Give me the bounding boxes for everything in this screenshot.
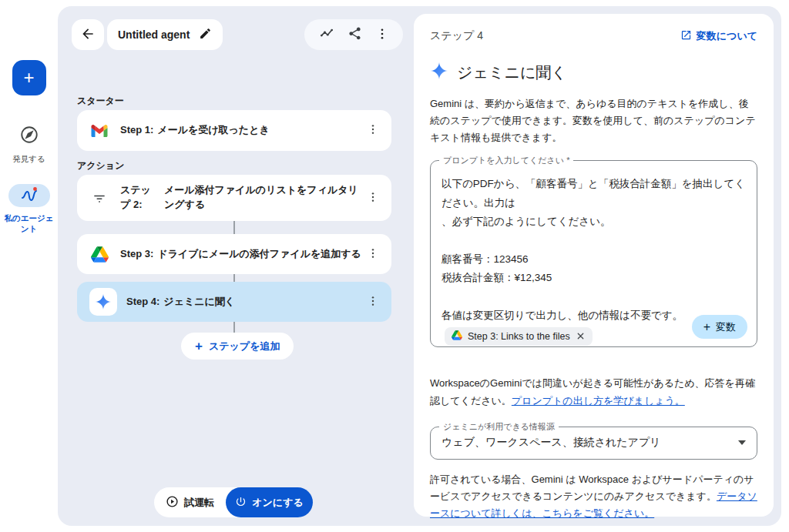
step-connector [233, 322, 235, 333]
kebab-icon [375, 27, 389, 43]
step-description: Gemini は、要約から返信まで、あらゆる目的のテキストを作成し、後続のステッ… [430, 95, 757, 146]
builder-toolbar [304, 19, 403, 50]
new-agent-button[interactable]: + [12, 60, 46, 95]
agent-title-pill[interactable]: Untitled agent [107, 19, 223, 50]
sidebar-item-discover[interactable]: 発見する [0, 125, 58, 164]
plus-icon: + [195, 339, 203, 354]
test-run-button[interactable]: 試運転 [154, 487, 226, 517]
plus-icon: + [703, 320, 710, 334]
step-title: ジェミニに聞く [163, 295, 235, 309]
about-variables-link[interactable]: 変数について [680, 29, 757, 43]
prompt-tips-link[interactable]: プロンプトの出し方を学びましょう。 [512, 395, 685, 407]
route-icon [20, 186, 39, 205]
turn-on-label: オンにする [252, 496, 304, 510]
chevron-down-icon [738, 440, 746, 445]
step-card-2[interactable]: ステップ 2: メール添付ファイルのリストをフィルタリングする [77, 175, 391, 221]
step-detail-panel: ステップ 4 変数について ジェミニに聞く Gemini は、要約から返信まで、… [414, 14, 774, 517]
add-step-label: ステップを追加 [209, 340, 280, 353]
detail-step-label: ステップ 4 [430, 29, 483, 43]
step-title: メールを受け取ったとき [157, 123, 269, 138]
drive-icon [89, 246, 109, 263]
step-card-3[interactable]: Step 3: ドライブにメールの添付ファイルを追加する [77, 234, 391, 274]
about-variables-label: 変数について [697, 29, 757, 43]
play-circle-icon [166, 495, 179, 510]
compass-icon [19, 125, 39, 148]
step-prefix: Step 3: [120, 247, 153, 262]
section-label-starter: スターター [77, 95, 124, 108]
permission-note-text: 許可されている場合、Gemini は Workspace およびサードパーティの… [430, 473, 754, 502]
step-prefix: Step 4: [126, 295, 159, 309]
gemini-icon [89, 288, 117, 316]
agent-title: Untitled agent [118, 28, 190, 41]
add-variable-label: 変数 [716, 320, 736, 334]
step-3-menu-button[interactable] [362, 244, 384, 265]
step-title: ドライブにメールの添付ファイルを追加する [157, 247, 361, 262]
back-button[interactable] [72, 19, 104, 50]
prompt-field[interactable]: プロンプトを入力してください * 以下のPDFから、「顧客番号」と「税抜合計金額… [430, 160, 757, 347]
drive-icon [452, 330, 462, 343]
step-2-menu-button[interactable] [362, 188, 384, 209]
step-card-4[interactable]: Step 4: ジェミニに聞く [77, 282, 391, 322]
prompt-field-label: プロンプトを入力してください * [439, 155, 573, 166]
activity-button[interactable] [319, 26, 334, 44]
open-in-new-icon [680, 29, 692, 43]
step-card-1[interactable]: Step 1: メールを受け取ったとき [77, 110, 391, 151]
step-connector [233, 221, 235, 234]
sources-select-value: ウェブ、ワークスペース、接続されたアプリ [442, 436, 738, 450]
add-variable-button[interactable]: + 変数 [692, 315, 747, 339]
gemini-disclaimer: WorkspaceのGeminiでは間違いが起きる可能性があるため、応答を再確認… [430, 375, 757, 409]
variable-chip[interactable]: Step 3: Links to the files [445, 327, 593, 346]
share-icon [347, 26, 362, 43]
discover-label: 発見する [0, 153, 58, 164]
agent-builder-shell: Untitled agent スターター Step 1: メ [58, 6, 781, 526]
add-step-button[interactable]: + ステップを追加 [181, 333, 294, 360]
run-bar: 試運転 オンにする [154, 487, 313, 517]
app-rail: + 発見する 私のエージェント [0, 0, 58, 532]
step-4-menu-button[interactable] [362, 292, 384, 313]
step-prefix: Step 1: [120, 123, 153, 138]
step-1-menu-button[interactable] [362, 120, 384, 141]
variable-chip-label: Step 3: Links to the files [468, 331, 570, 342]
section-label-actions: アクション [77, 159, 124, 172]
edit-pencil-icon[interactable] [199, 27, 212, 43]
my-agents-label: 私のエージェント [0, 212, 58, 234]
activity-icon [319, 26, 334, 44]
sources-select[interactable]: ジェミニが利用できる情報源 ウェブ、ワークスペース、接続されたアプリ [430, 427, 757, 460]
chip-close-icon[interactable] [576, 331, 586, 341]
step-title: メール添付ファイルのリストをフィルタリングする [164, 183, 362, 212]
sources-select-label: ジェミニが利用できる情報源 [439, 421, 559, 433]
share-button[interactable] [347, 26, 362, 43]
filter-icon [89, 190, 109, 206]
step-prefix: ステップ 2: [120, 183, 160, 212]
prompt-input[interactable]: 以下のPDFから、「顧客番号」と「税抜合計金額」を抽出してください。出力は 、必… [442, 175, 746, 324]
power-icon [235, 496, 247, 510]
gmail-icon [89, 122, 109, 140]
more-options-button[interactable] [375, 27, 389, 43]
page-title: ジェミニに聞く [457, 62, 567, 83]
arrow-left-icon [80, 26, 96, 44]
turn-on-button[interactable]: オンにする [226, 487, 313, 517]
permission-note: 許可されている場合、Gemini は Workspace およびサードパーティの… [430, 471, 757, 522]
gemini-icon [430, 62, 448, 83]
sidebar-item-my-agents[interactable]: 私のエージェント [0, 184, 58, 234]
step-connector [233, 274, 235, 282]
test-run-label: 試運転 [184, 496, 214, 510]
